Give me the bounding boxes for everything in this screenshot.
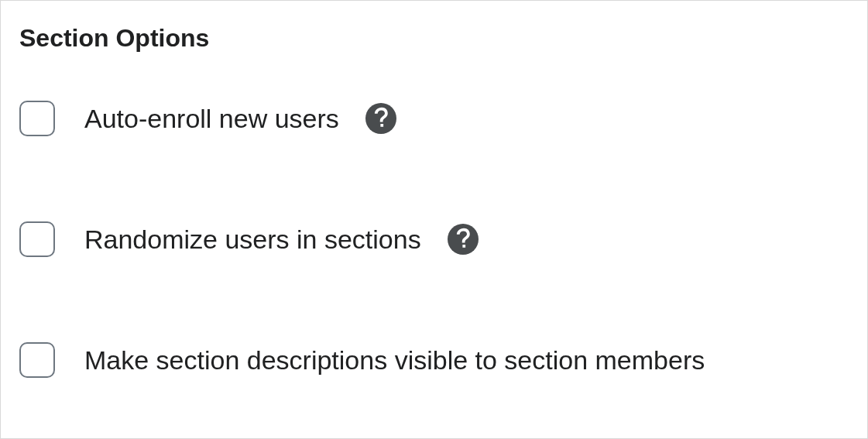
option-row-auto-enroll: Auto-enroll new users: [19, 101, 849, 136]
checkbox-visible-descriptions[interactable]: [19, 342, 55, 378]
option-label: Auto-enroll new users: [84, 104, 339, 134]
option-label: Randomize users in sections: [84, 225, 421, 255]
help-icon[interactable]: [448, 224, 479, 255]
help-icon[interactable]: [365, 103, 396, 134]
checkbox-randomize[interactable]: [19, 221, 55, 257]
checkbox-auto-enroll[interactable]: [19, 101, 55, 136]
option-row-visible-descriptions: Make section descriptions visible to sec…: [19, 342, 849, 378]
panel-title: Section Options: [19, 24, 849, 53]
section-options-panel: Section Options Auto-enroll new users Ra…: [0, 0, 868, 439]
option-row-randomize: Randomize users in sections: [19, 221, 849, 257]
option-label: Make section descriptions visible to sec…: [84, 345, 705, 376]
